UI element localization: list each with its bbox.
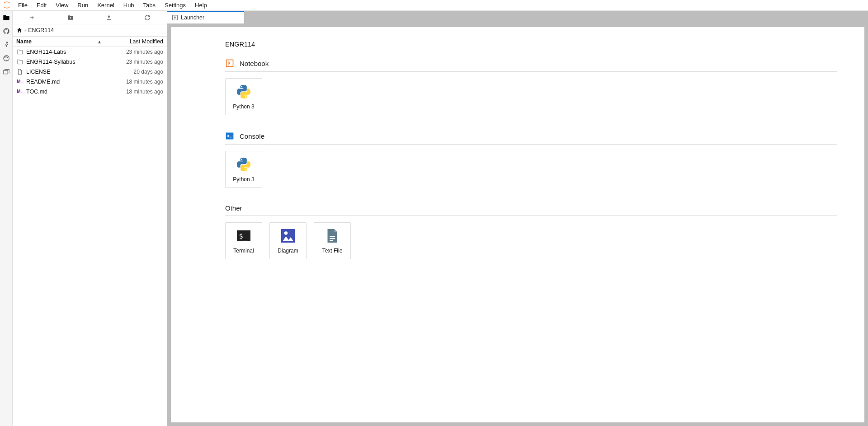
file-list-header[interactable]: Name ▲ Last Modified [13,36,167,47]
launcher-card-python 3[interactable]: Python 3 [225,151,262,188]
new-launcher-button[interactable] [13,11,51,24]
sort-indicator-icon: ▲ [97,39,102,44]
menu-settings[interactable]: Settings [160,2,190,9]
card-label: Python 3 [233,176,254,183]
file-row[interactable]: ENGR114-Labs23 minutes ago [13,47,167,57]
file-header-modified[interactable]: Last Modified [104,38,163,45]
file-toolbar [13,11,167,24]
file-name: ENGR114-Syllabus [26,59,109,65]
file-row[interactable]: ENGR114-Syllabus23 minutes ago [13,57,167,67]
activity-palette-icon[interactable] [0,51,13,65]
md-icon: M↓ [16,80,24,84]
python-icon [236,84,252,100]
file-modified: 23 minutes ago [109,49,163,55]
breadcrumb-folder[interactable]: ENGR114 [28,27,54,33]
menu-kernel[interactable]: Kernel [93,2,119,9]
file-row[interactable]: M↓README.md18 minutes ago [13,77,167,87]
activity-folder-icon[interactable] [0,11,13,24]
svg-point-3 [5,56,6,57]
launcher-section-console: ConsolePython 3 [225,131,837,188]
activity-github-icon[interactable] [0,24,13,38]
diagram-icon [280,228,296,244]
section-header: Console [225,131,837,145]
section-title: Console [240,132,264,140]
file-browser: › ENGR114 Name ▲ Last Modified ENGR114-L… [13,11,167,426]
python-icon [236,156,252,173]
section-header: Notebook [225,59,837,72]
svg-point-12 [284,231,288,235]
card-label: Python 3 [233,103,254,110]
card-row: Python 3 [225,72,837,115]
menu-run[interactable]: Run [73,2,93,9]
card-label: Diagram [278,248,298,254]
activity-tabs-icon[interactable] [0,65,13,79]
section-header: Other [225,204,837,216]
tab-label: Launcher [181,14,204,21]
tab-launcher[interactable]: Launcher [167,11,244,23]
launcher-card-terminal[interactable]: $_Terminal [225,222,262,259]
menu-file[interactable]: File [14,2,32,9]
svg-point-2 [5,57,5,58]
breadcrumb-home[interactable] [16,27,23,33]
launcher-tab-icon [172,14,178,21]
file-row[interactable]: M↓TOC.md18 minutes ago [13,87,167,97]
svg-point-0 [9,1,9,2]
launcher-path: ENGR114 [225,41,837,48]
menu-hub[interactable]: Hub [119,2,139,9]
launcher-panel: ENGR114 NotebookPython 3ConsolePython 3O… [171,27,864,422]
file-modified: 23 minutes ago [109,59,163,65]
new-folder-button[interactable] [51,11,90,24]
folder-icon [16,59,24,65]
launcher-card-text file[interactable]: Text File [314,222,351,259]
breadcrumb-separator: › [24,27,26,33]
file-name: TOC.md [26,89,109,95]
file-icon [16,69,24,75]
svg-rect-8 [226,133,234,140]
menu-help[interactable]: Help [190,2,212,9]
jupyter-logo-icon [3,1,12,10]
terminal-icon: $_ [236,228,252,244]
menu-tabs[interactable]: Tabs [139,2,160,9]
activity-bar [0,11,13,426]
launcher-section-other: Other$_TerminalDiagramText File [225,204,837,259]
card-label: Terminal [233,248,254,254]
section-title: Notebook [240,60,269,67]
file-header-name[interactable]: Name [16,38,97,45]
refresh-button[interactable] [128,11,167,24]
file-name: README.md [26,79,109,85]
file-modified: 20 days ago [109,69,163,75]
notebook-icon [225,59,234,68]
file-row[interactable]: LICENSE20 days ago [13,67,167,77]
card-row: Python 3 [225,145,837,188]
file-name: LICENSE [26,69,109,75]
console-icon [225,131,234,140]
file-name: ENGR114-Labs [26,49,109,55]
top-menu-bar: FileEditViewRunKernelHubTabsSettingsHelp [0,0,868,11]
svg-text:$_: $_ [239,232,248,240]
launcher-card-python 3[interactable]: Python 3 [225,78,262,115]
launcher-section-notebook: NotebookPython 3 [225,59,837,115]
card-label: Text File [322,248,343,254]
upload-button[interactable] [90,11,128,24]
file-modified: 18 minutes ago [109,79,163,85]
tab-bar: Launcher [167,11,868,23]
menu-edit[interactable]: Edit [32,2,51,9]
md-icon: M↓ [16,89,24,94]
file-modified: 18 minutes ago [109,89,163,95]
folder-icon [16,49,24,55]
launcher-card-diagram[interactable]: Diagram [269,222,307,259]
svg-rect-5 [4,70,8,74]
activity-running-icon[interactable] [0,38,13,51]
svg-point-1 [6,42,8,43]
card-row: $_TerminalDiagramText File [225,216,837,259]
section-title: Other [225,204,242,212]
textfile-icon [324,228,340,244]
menu-view[interactable]: View [51,2,73,9]
breadcrumb: › ENGR114 [13,24,167,36]
file-list: ENGR114-Labs23 minutes agoENGR114-Syllab… [13,47,167,426]
main-content: Launcher ENGR114 NotebookPython 3Console… [167,11,868,426]
svg-point-4 [7,57,8,57]
